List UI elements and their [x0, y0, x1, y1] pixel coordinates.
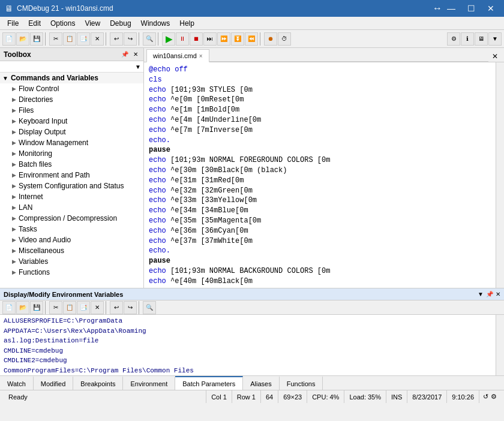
editor-tab-win10ansi[interactable]: win10ansi.cmd ×	[146, 49, 209, 62]
toolbox-header: Toolbox 📌 ✕	[0, 48, 143, 61]
bottom-panel-dropdown[interactable]: ▼	[478, 291, 484, 297]
toolbar-new[interactable]: 📄	[2, 32, 16, 46]
tree-item-functions[interactable]: ▶ Functions	[0, 267, 143, 278]
bottom-panel-close[interactable]: ✕	[496, 291, 500, 297]
status-settings-icon[interactable]: ⚙	[491, 393, 497, 401]
toolbar-info[interactable]: ℹ	[461, 32, 474, 46]
tree-item-compression[interactable]: ▶ Compression / Decompression	[0, 213, 143, 224]
tree-item-variables[interactable]: ▶ Variables	[0, 256, 143, 267]
tree-item-misc[interactable]: ▶ Miscellaneous	[0, 245, 143, 256]
menu-windows[interactable]: Windows	[136, 18, 175, 29]
tree-item-environment[interactable]: ▶ Environment and Path	[0, 170, 143, 181]
toolbar-step2[interactable]: ⏩	[217, 32, 230, 46]
bottom-tb-copy[interactable]: 📋	[63, 301, 76, 314]
tree-section-commands: ▼ Commands and Variables ▶ Flow Control …	[0, 73, 143, 278]
toolbar-extra[interactable]: 🖥	[475, 32, 488, 46]
tree-item-files[interactable]: ▶ Files	[0, 105, 143, 116]
toolbar-step4[interactable]: ⏪	[245, 32, 258, 46]
toolbar-step[interactable]: ⏭	[203, 32, 217, 46]
btab-breakpoints[interactable]: Breakpoints	[73, 376, 123, 390]
bottom-tb-undo[interactable]: ↩	[110, 301, 123, 314]
code-editor[interactable]: @echo off cls echo [101;93m STYLES [0m e…	[144, 62, 496, 288]
btab-environment[interactable]: Environment	[123, 376, 175, 390]
toolbar-settings[interactable]: ⚙	[447, 32, 460, 46]
tree-item-video[interactable]: ▶ Video and Audio	[0, 234, 143, 245]
menu-debug[interactable]: Debug	[105, 18, 136, 29]
toolbox-dropdown-button[interactable]: ▼	[135, 64, 141, 70]
tree-item-label-11: LAN	[19, 203, 32, 212]
tree-item-label-14: Video and Audio	[19, 236, 71, 244]
toolbar-step3[interactable]: ⏬	[231, 32, 244, 46]
editor-tab-close[interactable]: ×	[199, 53, 203, 59]
tree-item-keyboard[interactable]: ▶ Keyboard Input	[0, 116, 143, 127]
tree-item-internet[interactable]: ▶ Internet	[0, 191, 143, 202]
bottom-tb-delete[interactable]: ✕	[91, 301, 104, 314]
toolbox-close-button[interactable]: ✕	[131, 51, 140, 58]
status-col-text: Col 1	[211, 393, 227, 401]
toolbar-copy[interactable]: 📋	[63, 32, 76, 46]
toolbar-redo[interactable]: ↪	[124, 32, 137, 46]
code-line-1: cls	[149, 75, 491, 85]
bottom-tb-paste[interactable]: 📑	[77, 301, 90, 314]
bottom-tb-cut[interactable]: ✂	[49, 301, 62, 314]
toolbar-pause[interactable]: ⏸	[176, 32, 189, 46]
tree-item-lan[interactable]: ▶ LAN	[0, 202, 143, 213]
menu-file[interactable]: File	[2, 18, 23, 29]
maximize-button[interactable]: ☐	[463, 2, 480, 14]
toolbar-menu[interactable]: ▼	[488, 32, 502, 46]
btab-aliases[interactable]: Aliases	[243, 376, 279, 390]
tree-item-system[interactable]: ▶ System Configuration and Status	[0, 181, 143, 191]
editor-scrollbar[interactable]	[496, 62, 504, 288]
tree-item-directories[interactable]: ▶ Directories	[0, 94, 143, 105]
editor-new-tab[interactable]: ✕	[488, 51, 502, 62]
bottom-scrollbar[interactable]	[496, 315, 504, 375]
close-button[interactable]: ✕	[482, 2, 499, 14]
tree-item-batch[interactable]: ▶ Batch files	[0, 159, 143, 170]
transfer-icon: ↔	[433, 3, 442, 14]
toolbar-find[interactable]: 🔍	[143, 32, 156, 46]
menu-help[interactable]: Help	[175, 18, 199, 29]
toolbar-run[interactable]: ▶	[162, 32, 175, 46]
menu-bar: File Edit Options View Debug Windows Hel…	[0, 17, 504, 30]
toolbar-stop[interactable]: ⏹	[190, 32, 203, 46]
toolbar-save[interactable]: 💾	[30, 32, 43, 46]
btab-watch[interactable]: Watch	[0, 376, 34, 390]
minimize-button[interactable]: —	[442, 2, 460, 14]
tree-item-tasks[interactable]: ▶ Tasks	[0, 224, 143, 234]
tree-item-window[interactable]: ▶ Window Management	[0, 137, 143, 148]
bottom-panel-pin[interactable]: 📌	[486, 291, 493, 297]
toolbar-clock[interactable]: ⏱	[278, 32, 291, 46]
btab-functions[interactable]: Functions	[280, 376, 323, 390]
btab-modified[interactable]: Modified	[34, 376, 74, 390]
toolbar-undo[interactable]: ↩	[110, 32, 123, 46]
menu-options[interactable]: Options	[46, 18, 80, 29]
toolbar-delete[interactable]: ✕	[91, 32, 104, 46]
toolbox-pin-button[interactable]: 📌	[119, 51, 130, 58]
status-ready: Ready	[4, 390, 206, 403]
code-line-17: echo ^e[37m [37mWhite[0m	[149, 236, 491, 246]
btab-modified-label: Modified	[41, 380, 66, 387]
tree-item-label-8: Environment and Path	[19, 171, 90, 179]
tree-item-flowcontrol[interactable]: ▶ Flow Control	[0, 83, 143, 94]
toolbar-open[interactable]: 📂	[16, 32, 29, 46]
menu-edit[interactable]: Edit	[23, 18, 46, 29]
status-refresh-icon[interactable]: ↺	[483, 393, 488, 401]
bottom-tb-open[interactable]: 📂	[16, 301, 29, 314]
code-line-13: echo ^e[33m [33mYellow[0m	[149, 196, 491, 206]
tree-root-commands[interactable]: ▼ Commands and Variables	[0, 73, 143, 83]
bottom-tb-find[interactable]: 🔍	[143, 301, 156, 314]
bottom-tb-new[interactable]: 📄	[2, 301, 16, 314]
toolbar-cut[interactable]: ✂	[49, 32, 62, 46]
bottom-tb-save[interactable]: 💾	[30, 301, 43, 314]
bottom-tb-redo[interactable]: ↪	[124, 301, 137, 314]
toolbar-record[interactable]: ⏺	[264, 32, 277, 46]
editor-area: win10ansi.cmd × ✕ @echo off cls echo [10…	[144, 48, 504, 288]
menu-view[interactable]: View	[80, 18, 105, 29]
btab-batch-parameters[interactable]: Batch Parameters	[175, 376, 243, 390]
tree-item-chevron-16: ▶	[12, 258, 16, 264]
tree-item-label-15: Miscellaneous	[19, 246, 64, 255]
toolbar-paste[interactable]: 📑	[77, 32, 90, 46]
tree-item-monitoring[interactable]: ▶ Monitoring	[0, 148, 143, 159]
tree-item-display[interactable]: ▶ Display Output	[0, 127, 143, 137]
status-ready-text: Ready	[8, 393, 28, 401]
